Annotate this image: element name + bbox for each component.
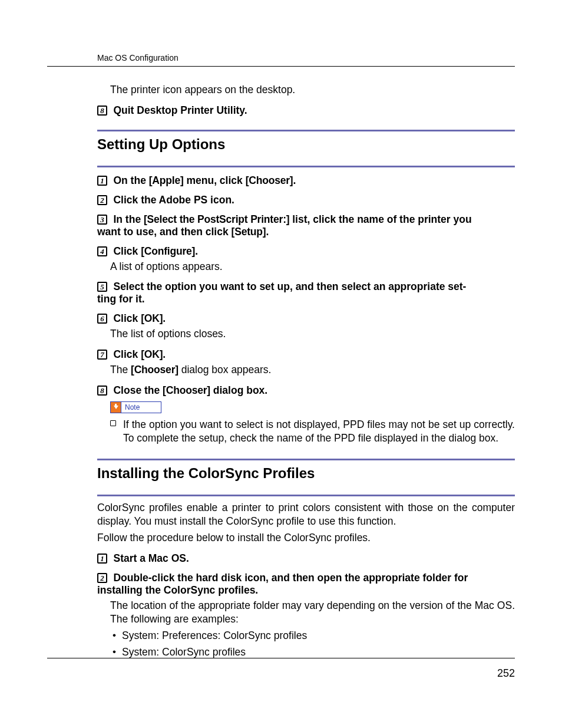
step-number-icon: 8 — [97, 386, 107, 396]
step-text-cont: ting for it. — [97, 293, 515, 305]
page-number: 252 — [497, 667, 515, 680]
running-header: Mac OS Configuration — [97, 53, 515, 62]
note-item: If the option you want to select is not … — [110, 418, 515, 446]
s1-step1: 1 On the [Apple] menu, click [Chooser]. — [97, 174, 515, 187]
colorsync-para1: ColorSync profiles enable a printer to p… — [97, 501, 515, 529]
note-label: Note — [121, 403, 143, 411]
step-text: Close the [Chooser] dialog box. — [113, 384, 267, 396]
step-text: Double-click the hard disk icon, and the… — [113, 572, 468, 584]
bullet-item-2: System: ColorSync profiles — [110, 645, 515, 660]
step-text: Click the Adobe PS icon. — [113, 194, 234, 206]
section-rule — [97, 166, 515, 167]
step-text: Click [OK]. — [113, 312, 166, 324]
step-text-cont: want to use, and then click [Setup]. — [97, 226, 515, 238]
installing-colorsync-heading: Installing the ColorSync Profiles — [97, 465, 515, 482]
quit-step-text: Quit Desktop Printer Utility. — [113, 104, 247, 116]
s1-step8: 8 Close the [Chooser] dialog box. — [97, 384, 515, 397]
section-rule — [97, 130, 515, 131]
bottom-rule — [47, 658, 515, 658]
setting-up-options-heading: Setting Up Options — [97, 136, 515, 153]
bullet-item-1: System: Preferences: ColorSync profiles — [110, 629, 515, 643]
step-text: Click [Configure]. — [113, 245, 198, 257]
step-text: In the [Select the PostScript Printer:] … — [113, 213, 471, 225]
step-body: The [Chooser] dialog box appears. — [110, 363, 515, 377]
step-number-icon: 1 — [97, 176, 107, 186]
step-number-icon: 8 — [97, 106, 107, 116]
step-number-icon: 3 — [97, 215, 107, 225]
top-rule — [47, 66, 515, 67]
down-arrow-icon — [111, 402, 121, 413]
s1-step7: 7 Click [OK]. The [Chooser] dialog box a… — [97, 348, 515, 377]
step-number-icon: 2 — [97, 573, 107, 583]
s1-step3: 3 In the [Select the PostScript Printer:… — [97, 213, 515, 238]
step-body: A list of options appears. — [110, 260, 515, 274]
s1-step5: 5 Select the option you want to set up, … — [97, 281, 515, 305]
printer-icon-text: The printer icon appears on the desktop. — [110, 83, 515, 97]
s1-step4: 4 Click [Configure]. A list of options a… — [97, 245, 515, 274]
step-body: The list of options closes. — [110, 327, 515, 341]
section-rule — [97, 495, 515, 496]
s1-step2: 2 Click the Adobe PS icon. — [97, 194, 515, 206]
step-text: Click [OK]. — [113, 348, 166, 360]
step-body: The location of the appropriate folder m… — [110, 599, 515, 627]
step-number-icon: 1 — [97, 554, 107, 564]
s2-step1: 1 Start a Mac OS. — [97, 552, 515, 565]
quit-step: 8 Quit Desktop Printer Utility. — [97, 104, 515, 117]
step-number-icon: 2 — [97, 195, 107, 205]
step-text: Select the option you want to set up, an… — [113, 281, 466, 292]
step-number-icon: 7 — [97, 350, 107, 360]
hollow-square-bullet-icon — [110, 420, 116, 426]
step-number-icon: 5 — [97, 282, 107, 292]
step-text: On the [Apple] menu, click [Chooser]. — [113, 174, 296, 186]
colorsync-para2: Follow the procedure below to install th… — [97, 531, 515, 545]
step-text-cont: installing the ColorSync profiles. — [97, 584, 515, 597]
note-text: If the option you want to select is not … — [123, 419, 515, 444]
s1-step6: 6 Click [OK]. The list of options closes… — [97, 312, 515, 341]
s2-step2: 2 Double-click the hard disk icon, and t… — [97, 572, 515, 627]
step-number-icon: 4 — [97, 246, 107, 256]
step-number-icon: 6 — [97, 314, 107, 324]
note-box: Note — [110, 401, 161, 413]
section-rule — [97, 459, 515, 460]
step-text: Start a Mac OS. — [113, 552, 189, 564]
